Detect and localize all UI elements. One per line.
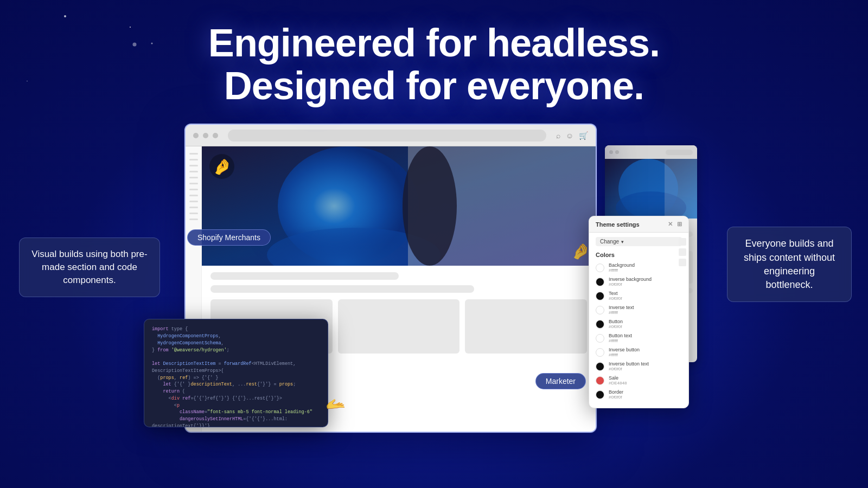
color-item-text: Text #0f0f0f bbox=[596, 291, 682, 301]
hero-cursor-icon: 🤌 bbox=[571, 242, 590, 260]
swatch-inverse-button[interactable] bbox=[596, 348, 604, 357]
swatch-inverse-bg[interactable] bbox=[596, 278, 604, 286]
swatch-text[interactable] bbox=[596, 292, 604, 300]
color-item-sale: Sale #DE4848 bbox=[596, 375, 682, 386]
code-line-10: <div ref={'{'}ref{'}'} {'{'}...rest{'}'}… bbox=[152, 395, 320, 402]
nav-line-11 bbox=[189, 213, 198, 214]
panel-close-icon: ✕ bbox=[668, 221, 673, 228]
page: Engineered for headless. Designed for ev… bbox=[0, 0, 868, 488]
swatch-button[interactable] bbox=[596, 320, 604, 329]
swatch-background[interactable] bbox=[596, 264, 604, 272]
color-info-border: Border #0f0f0f bbox=[609, 389, 682, 400]
nav-line-1 bbox=[189, 153, 198, 155]
shopify-merchants-badge: Shopify Merchants bbox=[187, 229, 271, 246]
hero-hand-icon: 🤌 bbox=[209, 154, 234, 179]
panel-side-icons bbox=[679, 238, 686, 266]
code-line-1: import type { bbox=[152, 326, 320, 333]
panel-side-icon-2 bbox=[679, 248, 686, 256]
title-line2: Designed for everyone. bbox=[224, 64, 644, 107]
swatch-inverse-button-text[interactable] bbox=[596, 362, 604, 371]
nav-line-3 bbox=[189, 165, 198, 166]
code-line-13: dangerouslySetInnerHTML={'{'{'}...html: … bbox=[152, 416, 320, 427]
content-area: Visual builds using both pre-made sectio… bbox=[0, 118, 868, 488]
browser-nav-icons: ⌕ ☺ 🛒 bbox=[556, 131, 588, 140]
chevron-icon: ▾ bbox=[621, 239, 624, 245]
color-item-border: Border #0f0f0f bbox=[596, 389, 682, 400]
colors-section-label: Colors bbox=[596, 252, 682, 258]
dress-svg bbox=[202, 146, 596, 266]
code-line-8: let {'{' }descriptionText, ...rest{'}'} … bbox=[152, 381, 320, 388]
color-item-inverse-text: Inverse text #ffffff bbox=[596, 305, 682, 315]
code-line-7: (props, ref) => {'{' } bbox=[152, 375, 320, 382]
code-line-9: return ( bbox=[152, 388, 320, 395]
swatch-inverse-text[interactable] bbox=[596, 306, 604, 314]
code-line-4: } from '@weaverse/hydrogen'; bbox=[152, 347, 320, 354]
nav-line-5 bbox=[189, 177, 198, 178]
code-line-11: <p bbox=[152, 402, 320, 409]
info-box-right: Everyone builds and ships content withou… bbox=[727, 227, 852, 302]
search-icon: ⌕ bbox=[556, 131, 560, 140]
color-info-inverse-text: Inverse text #ffffff bbox=[609, 305, 682, 315]
code-line-6: let DescriptionTextItem = forwardRef<HTM… bbox=[152, 361, 320, 375]
theme-change-button[interactable]: Change ▾ bbox=[596, 237, 682, 246]
browser-dot-2 bbox=[203, 133, 208, 138]
code-line-3: HydrogenComponentSchema, bbox=[152, 340, 320, 347]
info-box-left: Visual builds using both pre-made sectio… bbox=[19, 237, 160, 297]
svg-rect-39 bbox=[665, 159, 697, 219]
title-section: Engineered for headless. Designed for ev… bbox=[208, 22, 660, 107]
browser-dot-1 bbox=[193, 133, 199, 138]
nav-line-10 bbox=[189, 207, 198, 208]
hero-image: 🤌 🤌 bbox=[202, 146, 596, 266]
title-line1: Engineered for headless. bbox=[208, 21, 660, 65]
cart-icon: 🛒 bbox=[579, 131, 588, 140]
browser-bar: ⌕ ☺ 🛒 bbox=[186, 125, 596, 146]
nav-line-12 bbox=[189, 219, 198, 220]
color-item-button-text: Button text #ffffff bbox=[596, 333, 682, 343]
color-item-inverse-button-text: Inverse button text #0f0f0f bbox=[596, 361, 682, 371]
nav-line-6 bbox=[189, 183, 198, 184]
theme-panel: Theme settings ✕ ⊞ Change ▾ Colors bbox=[589, 216, 689, 408]
bottom-cursor-icon: 🫴 bbox=[326, 394, 346, 413]
rb-url bbox=[666, 150, 693, 155]
swatch-border[interactable] bbox=[596, 390, 604, 399]
theme-panel-header: Theme settings ✕ ⊞ bbox=[589, 216, 688, 233]
product-card-3 bbox=[465, 299, 587, 354]
product-card-2 bbox=[338, 299, 460, 354]
browser-url-bar bbox=[228, 130, 546, 142]
nav-line-2 bbox=[189, 159, 198, 160]
main-title: Engineered for headless. Designed for ev… bbox=[208, 22, 660, 107]
panel-side-icon-1 bbox=[679, 238, 686, 246]
code-line-2: HydrogenComponentProps, bbox=[152, 333, 320, 340]
nav-line-9 bbox=[189, 201, 198, 202]
color-info-text: Text #0f0f0f bbox=[609, 291, 682, 301]
nav-line-7 bbox=[189, 189, 198, 190]
settings-icon: ☺ bbox=[566, 131, 573, 140]
panel-side-icon-3 bbox=[679, 259, 686, 266]
color-item-background: Background #ffffff bbox=[596, 262, 682, 273]
right-thumb-svg bbox=[605, 159, 697, 219]
color-info-inverse-button-text: Inverse button text #0f0f0f bbox=[609, 361, 682, 371]
right-browser-bar bbox=[605, 145, 697, 159]
swatch-button-text[interactable] bbox=[596, 334, 604, 343]
color-info-button: Button #0f0f0f bbox=[609, 319, 682, 329]
color-item-inverse-button: Inverse button #ffffff bbox=[596, 347, 682, 357]
panel-expand-icon: ⊞ bbox=[677, 221, 682, 228]
color-info-inverse-bg: Inverse background #0f0f0f bbox=[609, 277, 682, 287]
nav-line-4 bbox=[189, 171, 198, 172]
svg-point-35 bbox=[403, 146, 457, 266]
color-item-inverse-bg: Inverse background #0f0f0f bbox=[596, 277, 682, 287]
swatch-sale[interactable] bbox=[596, 376, 604, 385]
theme-panel-title: Theme settings bbox=[596, 221, 640, 228]
color-info-inverse-button: Inverse button #ffffff bbox=[609, 347, 682, 357]
rb-dot-1 bbox=[609, 150, 613, 154]
rb-dot-2 bbox=[615, 150, 619, 154]
browser-dot-3 bbox=[213, 133, 218, 138]
color-info-button-text: Button text #ffffff bbox=[609, 333, 682, 343]
nav-line-8 bbox=[189, 195, 198, 196]
right-thumb-hero bbox=[605, 159, 697, 219]
code-content: import type { HydrogenComponentProps, Hy… bbox=[144, 319, 328, 427]
code-editor: import type { HydrogenComponentProps, Hy… bbox=[144, 319, 328, 427]
color-item-button: Button #0f0f0f bbox=[596, 319, 682, 329]
code-line-5 bbox=[152, 354, 320, 361]
code-line-12: className="font-sans mb-5 font-normal le… bbox=[152, 409, 320, 416]
